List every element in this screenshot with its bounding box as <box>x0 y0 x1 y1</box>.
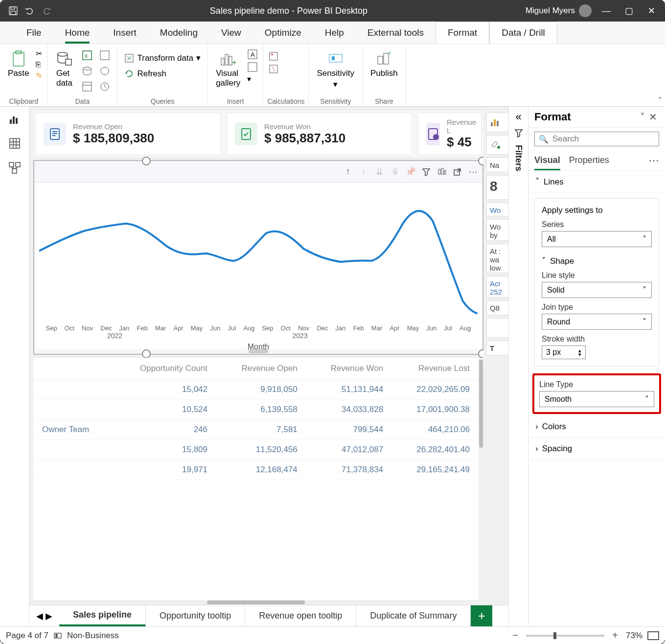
table-row[interactable]: 19,97112,168,47471,378,83429,165,241.49 <box>33 460 479 480</box>
kpi-revenue-open[interactable]: Revenue Open $ 185,809,380 <box>35 113 221 155</box>
format-brush-button[interactable] <box>486 135 508 155</box>
search-input[interactable] <box>552 134 656 144</box>
tab-nav[interactable]: ◀ ▶ <box>29 605 59 626</box>
kpi-revenue-lost[interactable]: ! Revenue L $ 45 <box>418 113 482 155</box>
drill-up-icon[interactable]: ↑ <box>343 166 353 177</box>
format-painter-icon[interactable]: ✎ <box>36 71 42 80</box>
close-icon[interactable]: ✕ <box>646 6 656 16</box>
menu-view[interactable]: View <box>209 22 253 44</box>
quick-measure-icon[interactable] <box>268 64 279 74</box>
selection-handle[interactable] <box>478 157 483 165</box>
fit-to-page-icon[interactable] <box>647 631 659 640</box>
menu-optimize[interactable]: Optimize <box>253 22 313 44</box>
menu-modeling[interactable]: Modeling <box>148 22 209 44</box>
col-owner[interactable] <box>33 358 112 380</box>
menu-format[interactable]: Format <box>436 22 489 44</box>
menu-insert[interactable]: Insert <box>101 22 148 44</box>
report-view-icon[interactable] <box>7 112 22 126</box>
menu-file[interactable]: File <box>15 22 53 44</box>
more-tabs-icon[interactable]: ⋯ <box>648 150 659 170</box>
onelake-icon[interactable] <box>96 48 113 63</box>
save-icon[interactable] <box>8 5 19 16</box>
stroke-width-spinner[interactable]: 3 px ▴▾ <box>542 345 586 359</box>
undo-icon[interactable] <box>24 5 35 16</box>
more-options-icon[interactable]: ⋯ <box>468 166 479 177</box>
transform-data-button[interactable]: Transform data ▾ <box>122 51 203 65</box>
line-chart-visual[interactable]: ↑ ↓ ⇊ ⤋ 📌 ⋯ <box>33 160 483 355</box>
model-view-icon[interactable] <box>7 161 22 175</box>
cut-icon[interactable]: ✂ <box>36 49 42 58</box>
selection-handle[interactable] <box>142 157 151 165</box>
new-visual-icon[interactable]: ▾ <box>247 74 258 84</box>
sensitivity-icon[interactable] <box>53 631 62 640</box>
page-tab-rev-open-tooltip[interactable]: Revenue open tooltip <box>245 605 356 626</box>
recent-icon[interactable] <box>96 79 113 94</box>
line-type-select[interactable]: Smooth ˅ <box>539 391 654 407</box>
col-rev-open[interactable]: Revenue Open <box>216 358 306 380</box>
table-row[interactable]: Owner Team2467,581799,544464,210.06 <box>33 420 479 440</box>
user-badge[interactable]: Miguel Myers <box>526 4 592 17</box>
table-row[interactable]: 15,80911,520,45647,012,08726,282,401.40 <box>33 440 479 460</box>
col-rev-won[interactable]: Revenue Won <box>306 358 392 380</box>
chevron-down-icon[interactable]: ˅ <box>638 111 647 123</box>
zoom-in-button[interactable]: + <box>609 630 621 641</box>
menu-external-tools[interactable]: External tools <box>356 22 436 44</box>
redo-icon[interactable] <box>41 5 52 16</box>
sensitivity-button[interactable]: Sensitivity ▾ <box>313 48 358 92</box>
page-tab-sales-pipeline[interactable]: Sales pipeline <box>59 605 146 626</box>
popout-icon[interactable] <box>452 166 463 177</box>
visual-gallery-button[interactable]: + Visual gallery <box>212 48 244 90</box>
focus-mode-icon[interactable] <box>436 166 447 177</box>
section-spacing[interactable]: › Spacing <box>535 444 658 454</box>
copy-icon[interactable]: ⎘ <box>36 60 42 69</box>
filters-icon[interactable] <box>514 128 524 138</box>
join-type-select[interactable]: Round ˅ <box>542 314 652 330</box>
table-vscroll[interactable] <box>479 358 483 605</box>
visual-type-toggle[interactable] <box>486 113 508 132</box>
series-select[interactable]: All ˅ <box>542 231 652 247</box>
section-shape[interactable]: ˅ Shape <box>542 256 652 266</box>
menu-data-drill[interactable]: Data / Drill <box>489 22 557 44</box>
expand-filters-icon[interactable]: « <box>515 111 521 123</box>
table-hscroll[interactable] <box>33 600 479 605</box>
text-box-icon[interactable]: A <box>247 49 258 60</box>
excel-icon[interactable]: x <box>79 48 95 63</box>
maximize-icon[interactable]: ▢ <box>624 6 634 16</box>
paste-button[interactable]: Paste <box>4 48 33 80</box>
page-tab-dup-summary[interactable]: Duplicate of Summary <box>356 605 471 626</box>
more-visuals-icon[interactable] <box>247 62 258 72</box>
col-rev-lost[interactable]: Revenue Lost <box>392 358 479 380</box>
zoom-slider[interactable] <box>526 635 604 637</box>
menu-help[interactable]: Help <box>313 22 356 44</box>
publish-button[interactable]: Publish <box>367 48 402 80</box>
table-visual[interactable]: Opportunity Count Revenue Open Revenue W… <box>33 358 483 605</box>
table-row[interactable]: 15,0429,918,05051,131,94422,029,265.09 <box>33 380 479 400</box>
enter-data-icon[interactable] <box>79 79 95 94</box>
group-data: Data <box>51 96 113 106</box>
filter-icon[interactable] <box>421 166 432 177</box>
col-opp-count[interactable]: Opportunity Count <box>112 358 216 380</box>
sql-icon[interactable] <box>79 64 95 78</box>
add-page-button[interactable]: + <box>471 605 492 626</box>
get-data-button[interactable]: Get data <box>51 48 77 90</box>
kpi-revenue-won[interactable]: Revenue Won $ 985,887,310 <box>227 113 412 155</box>
zoom-out-button[interactable]: − <box>510 630 522 641</box>
menu-home[interactable]: Home <box>53 22 102 44</box>
dataverse-icon[interactable] <box>96 64 113 78</box>
new-measure-icon[interactable] <box>268 51 279 62</box>
section-lines[interactable]: ˅ Lines <box>535 177 658 187</box>
collapse-ribbon-icon[interactable]: ˄ <box>658 96 662 105</box>
data-view-icon[interactable] <box>7 136 22 151</box>
refresh-button[interactable]: Refresh <box>122 67 203 81</box>
line-style-select[interactable]: Solid ˅ <box>542 282 652 298</box>
tab-properties[interactable]: Properties <box>569 150 609 170</box>
selection-handle[interactable] <box>478 349 483 358</box>
table-row[interactable]: 10,5246,139,55834,033,82817,001,900.38 <box>33 400 479 420</box>
minimize-icon[interactable]: — <box>601 6 611 16</box>
close-pane-icon[interactable]: ✕ <box>647 111 659 123</box>
section-colors[interactable]: › Colors <box>535 422 658 432</box>
spinner-arrows-icon[interactable]: ▴▾ <box>578 348 581 356</box>
page-tab-opp-tooltip[interactable]: Opportunity tooltip <box>146 605 245 626</box>
format-search[interactable]: 🔍 <box>534 132 659 146</box>
tab-visual[interactable]: Visual <box>534 150 560 170</box>
